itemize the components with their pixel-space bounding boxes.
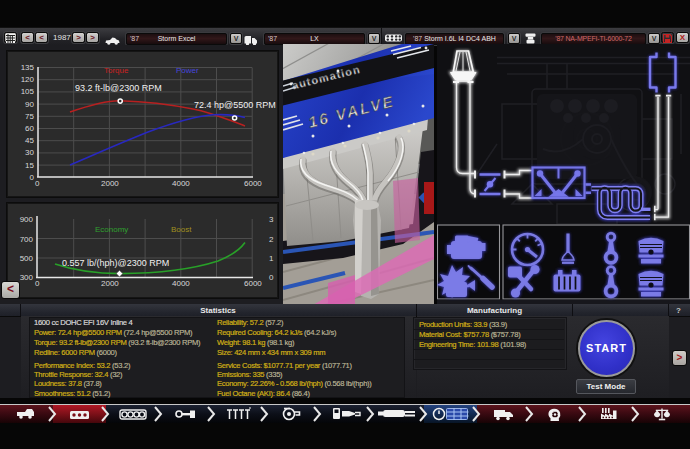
- svg-text:0.557 lb/(hph)@2300 RPM: 0.557 lb/(hph)@2300 RPM: [62, 258, 169, 268]
- svg-text:45: 45: [25, 136, 34, 145]
- svg-text:Torque: Torque: [104, 66, 129, 75]
- svg-text:2000: 2000: [101, 279, 119, 288]
- svg-text:135: 135: [21, 63, 35, 72]
- svg-text:0: 0: [269, 273, 274, 282]
- svg-text:6000: 6000: [244, 279, 262, 288]
- svg-text:500: 500: [20, 254, 34, 263]
- svg-text:2000: 2000: [101, 179, 119, 188]
- svg-text:4000: 4000: [172, 179, 190, 188]
- svg-text:1: 1: [269, 254, 274, 263]
- svg-text:72.4 hp@5500 RPM: 72.4 hp@5500 RPM: [194, 100, 276, 110]
- svg-text:Economy: Economy: [95, 225, 128, 234]
- svg-text:3: 3: [269, 215, 274, 224]
- svg-text:6000: 6000: [244, 179, 262, 188]
- svg-text:93.2 ft-lb@2300 RPM: 93.2 ft-lb@2300 RPM: [75, 83, 162, 93]
- svg-text:0: 0: [35, 279, 40, 288]
- svg-text:2: 2: [269, 235, 274, 244]
- svg-text:60: 60: [25, 124, 34, 133]
- svg-text:Boost: Boost: [171, 225, 192, 234]
- svg-text:105: 105: [21, 87, 35, 96]
- svg-text:75: 75: [25, 112, 34, 121]
- svg-text:0: 0: [30, 173, 35, 182]
- svg-text:Power: Power: [176, 66, 199, 75]
- svg-text:4000: 4000: [172, 279, 190, 288]
- svg-text:15: 15: [25, 161, 34, 170]
- svg-text:700: 700: [20, 235, 34, 244]
- svg-text:0: 0: [35, 179, 40, 188]
- svg-text:120: 120: [21, 75, 35, 84]
- svg-text:300: 300: [20, 273, 34, 282]
- svg-text:90: 90: [25, 100, 34, 109]
- svg-text:30: 30: [25, 148, 34, 157]
- svg-text:900: 900: [20, 215, 34, 224]
